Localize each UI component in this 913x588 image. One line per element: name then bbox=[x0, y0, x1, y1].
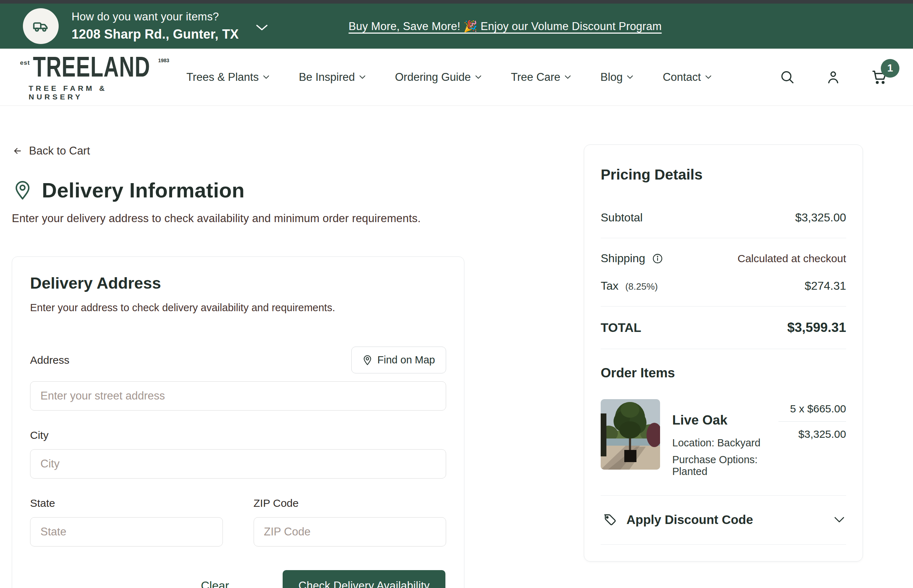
pricing-column: Pricing Details Subtotal $3,325.00 Shipp… bbox=[584, 144, 863, 588]
cart-icon[interactable]: 1 bbox=[871, 68, 889, 86]
delivery-address-text: 1208 Sharp Rd., Gunter, TX bbox=[71, 27, 239, 42]
page-subtitle: Enter your delivery address to check ava… bbox=[12, 212, 464, 225]
divider bbox=[601, 495, 846, 496]
nav-label: Ordering Guide bbox=[395, 71, 471, 84]
shipping-value: Calculated at checkout bbox=[737, 252, 846, 265]
announcement-bar: How do you want your items? 1208 Sharp R… bbox=[0, 3, 913, 48]
window-top-strip bbox=[0, 0, 913, 3]
shipping-label: Shipping bbox=[601, 252, 645, 265]
arrow-left-icon bbox=[12, 146, 23, 156]
subtotal-label: Subtotal bbox=[601, 211, 643, 224]
shipping-row: Shipping Calculated at checkout bbox=[601, 252, 846, 265]
main-content: Back to Cart Delivery Information Enter … bbox=[0, 106, 913, 588]
delivery-location-summary[interactable]: How do you want your items? 1208 Sharp R… bbox=[71, 10, 239, 42]
divider bbox=[601, 238, 846, 238]
back-to-cart-link[interactable]: Back to Cart bbox=[12, 144, 90, 157]
search-icon[interactable] bbox=[779, 69, 796, 86]
chevron-down-icon[interactable] bbox=[256, 24, 268, 31]
logo-est-text: est bbox=[20, 59, 30, 66]
city-input[interactable] bbox=[30, 449, 446, 478]
divider bbox=[601, 306, 846, 307]
tax-value: $274.31 bbox=[805, 279, 846, 292]
map-pin-icon bbox=[362, 355, 372, 365]
logo-year-text: 1983 bbox=[158, 58, 169, 63]
main-nav: Trees & Plants Be Inspired Ordering Guid… bbox=[186, 71, 712, 84]
check-delivery-availability-button[interactable]: Check Delivery Availability bbox=[283, 570, 445, 588]
nav-label: Blog bbox=[600, 71, 622, 84]
treeland-logo[interactable]: est TREELAND 1983 TREE FARM & NURSERY bbox=[20, 53, 144, 101]
product-image-live-oak bbox=[601, 399, 660, 470]
nav-label: Be Inspired bbox=[299, 71, 355, 84]
order-item-live-oak: Live Oak Location: Backyard Purchase Opt… bbox=[601, 399, 846, 478]
total-row: TOTAL $3,599.31 bbox=[601, 320, 846, 335]
pricing-details-card: Pricing Details Subtotal $3,325.00 Shipp… bbox=[584, 144, 863, 562]
nav-item-be-inspired[interactable]: Be Inspired bbox=[299, 71, 366, 84]
delivery-address-card: Delivery Address Enter your address to c… bbox=[12, 257, 464, 588]
clear-button[interactable]: Clear bbox=[201, 579, 229, 588]
nav-label: Contact bbox=[663, 71, 701, 84]
logo-tagline-text: TREE FARM & NURSERY bbox=[29, 84, 144, 101]
divider bbox=[601, 349, 846, 349]
product-purchase-options: Purchase Options: Planted bbox=[672, 454, 779, 478]
product-line-total: $3,325.00 bbox=[779, 428, 846, 440]
tax-rate: (8.25%) bbox=[625, 281, 658, 292]
street-address-input[interactable] bbox=[30, 381, 446, 410]
form-title: Delivery Address bbox=[30, 274, 446, 292]
state-input[interactable] bbox=[30, 517, 223, 546]
volume-discount-link[interactable]: Buy More, Save More! 🎉 Enjoy our Volume … bbox=[349, 20, 661, 33]
product-location: Location: Backyard bbox=[672, 437, 779, 449]
nav-item-ordering-guide[interactable]: Ordering Guide bbox=[395, 71, 482, 84]
nav-item-contact[interactable]: Contact bbox=[663, 71, 712, 84]
chevron-down-icon bbox=[564, 75, 571, 79]
delivery-question: How do you want your items? bbox=[71, 10, 239, 23]
chevron-down-icon bbox=[263, 75, 269, 79]
find-on-map-button[interactable]: Find on Map bbox=[351, 347, 446, 373]
nav-label: Trees & Plants bbox=[186, 71, 259, 84]
header-icon-group: 1 bbox=[779, 68, 893, 86]
delivery-column: Back to Cart Delivery Information Enter … bbox=[12, 144, 464, 588]
delivery-method-icon-circle[interactable] bbox=[23, 8, 59, 44]
apply-discount-label: Apply Discount Code bbox=[627, 512, 753, 527]
pricing-title: Pricing Details bbox=[601, 166, 846, 183]
cart-count-badge: 1 bbox=[881, 59, 899, 78]
find-on-map-label: Find on Map bbox=[377, 354, 435, 366]
logo-name-text: TREELAND bbox=[33, 50, 150, 83]
total-value: $3,599.31 bbox=[787, 320, 846, 335]
tag-icon bbox=[602, 512, 617, 527]
nav-item-blog[interactable]: Blog bbox=[600, 71, 633, 84]
apply-discount-toggle[interactable]: Apply Discount Code bbox=[602, 512, 845, 527]
product-name: Live Oak bbox=[672, 413, 779, 428]
address-label: Address bbox=[30, 354, 69, 366]
map-pin-icon bbox=[13, 180, 32, 201]
divider bbox=[779, 421, 846, 422]
subtotal-value: $3,325.00 bbox=[795, 211, 846, 224]
page-title: Delivery Information bbox=[42, 178, 245, 202]
back-to-cart-label: Back to Cart bbox=[29, 144, 90, 157]
chevron-down-icon bbox=[627, 75, 633, 79]
info-icon[interactable] bbox=[652, 253, 663, 264]
order-items-title: Order Items bbox=[601, 365, 846, 381]
nav-label: Tree Care bbox=[511, 71, 560, 84]
account-icon[interactable] bbox=[825, 69, 842, 86]
truck-icon bbox=[31, 17, 50, 36]
divider bbox=[601, 544, 846, 545]
site-header: est TREELAND 1983 TREE FARM & NURSERY Tr… bbox=[0, 48, 913, 106]
city-label: City bbox=[30, 429, 446, 441]
chevron-down-icon bbox=[705, 75, 712, 79]
tax-label: Tax bbox=[601, 279, 619, 292]
chevron-down-icon bbox=[834, 517, 845, 523]
total-label: TOTAL bbox=[601, 320, 641, 335]
tax-row: Tax (8.25%) $274.31 bbox=[601, 279, 846, 292]
nav-item-tree-care[interactable]: Tree Care bbox=[511, 71, 571, 84]
chevron-down-icon bbox=[359, 75, 366, 79]
zip-input[interactable] bbox=[254, 517, 446, 546]
state-label: State bbox=[30, 497, 55, 509]
chevron-down-icon bbox=[475, 75, 482, 79]
product-qty-price: 5 x $665.00 bbox=[779, 403, 846, 415]
subtotal-row: Subtotal $3,325.00 bbox=[601, 211, 846, 224]
zip-label: ZIP Code bbox=[254, 497, 299, 509]
nav-item-trees-plants[interactable]: Trees & Plants bbox=[186, 71, 269, 84]
form-subtitle: Enter your address to check delivery ava… bbox=[30, 302, 446, 314]
